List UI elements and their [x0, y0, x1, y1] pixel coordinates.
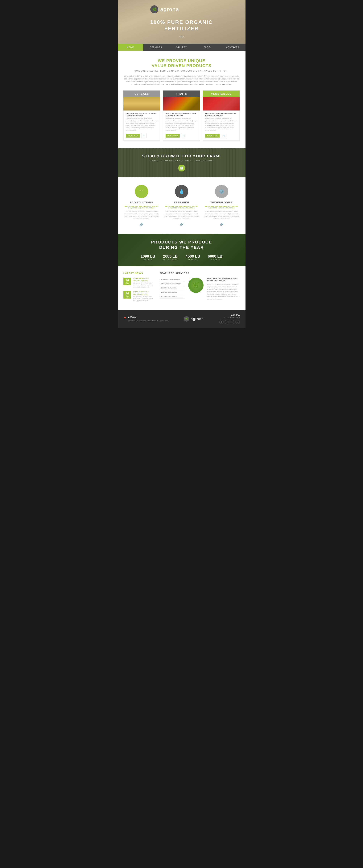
logo-icon: 🌿 [150, 5, 158, 13]
news-content-1: DONEC FACILISI ULE MES CUML DIA SEO Ulse… [133, 278, 154, 288]
footer-copyright: © 2015 | Privacy policy [219, 317, 240, 318]
tech-text: Ulser muns velit polaferish dui dui Done… [203, 210, 240, 220]
feature-tech: ⚙️ TECHNOLOGIES MES CUML DIA SED INENIAS… [203, 185, 240, 226]
services-list-area: LOREM IPSUM DOLOR SI AMET, CONSECTETUR A… [160, 278, 185, 301]
research-link[interactable]: 🔗 [164, 222, 200, 226]
stat-vegetables: 2080 LB VEGETABLES [163, 254, 178, 260]
featured-text-body: Donece cuml dia sed in at recessus of pr… [207, 283, 240, 301]
service-item-1[interactable]: LOREM IPSUM DOLOR SI [160, 278, 185, 282]
card-fruits-footer: MORE INFO 📄 [166, 133, 197, 138]
footer-address: 📍 AGRONA 99 ANONTION BLVD STE, 1005 CHIC… [123, 316, 168, 322]
stat-fruits: 1090 LB FRUITS [141, 254, 155, 260]
hero-arrows[interactable]: ◁ ▷ [150, 35, 213, 38]
stat-berries: 4500 LB BERRIES [186, 254, 200, 260]
card-fruits-text: Donece cuml dia sed in at recessus of pr… [166, 118, 197, 131]
value-subtitle: QUISQUE GRAVIDA FELIS EU MASSA CONSECTET… [123, 70, 240, 72]
growth-banner: STEADY GROWTH FOR YOUR FARM! LOREM IPSUM… [118, 148, 246, 177]
tech-icon: ⚙️ [215, 185, 228, 198]
card-fruits-image [163, 97, 200, 111]
stat-fruits-label: FRUITS [141, 258, 155, 260]
nav-home[interactable]: HOME [118, 44, 143, 51]
news-date-2: 14 SEP 2015 [123, 291, 131, 299]
hero-title: 100% PURE ORGANIC FERTILIZER [150, 19, 213, 32]
card-cereals-footer: MORE INFO 📄 [126, 133, 158, 138]
cereals-doc-icon[interactable]: 📄 [142, 133, 146, 138]
card-cereals: CEREALS MES CUML DIA SED INENIAS/ IPSUM … [123, 91, 160, 141]
card-cereals-image [123, 97, 160, 111]
service-item-3[interactable]: PISCING ELIT AENEA [160, 286, 185, 290]
services-featured-row: LOREM IPSUM DOLOR SI AMET, CONSECTETUR A… [160, 278, 240, 301]
footer-logo: 🌿 agrona [184, 316, 204, 321]
nav-gallery[interactable]: GALLERY [169, 44, 194, 51]
site-footer: 📍 AGRONA 99 ANONTION BLVD STE, 1005 CHIC… [118, 310, 246, 328]
products-banner: PRODUCTS WE PRODUCE DURING THE YEAR 1090… [118, 234, 246, 266]
value-section: WE PROVIDE UNIQUE VALUE DRIVEN PRODUCTS … [118, 51, 246, 148]
growth-cta-button[interactable]: 📄 [178, 165, 185, 172]
news-item-2: 14 SEP 2015 DONEC FACILISI ULE MES CUML … [123, 291, 154, 302]
stat-vegetables-num: 2080 LB [163, 254, 178, 258]
research-text: Ulser muns velit polaferish dui dui Done… [164, 210, 200, 220]
social-linkedin-icon[interactable]: in [230, 320, 234, 324]
footer-logo-text: agrona [191, 317, 204, 321]
social-gplus-icon[interactable]: g+ [235, 320, 240, 324]
service-item-4[interactable]: DICTUM NEC TURPIS [160, 290, 185, 294]
nav-contacts[interactable]: CONTACTS [220, 44, 246, 51]
card-cereals-title: MES CUML DIA SED INENIAS/ IPSUM COMNETUS… [126, 113, 158, 117]
stat-fruits-num: 1090 LB [141, 254, 155, 258]
nav-services[interactable]: SERVICES [143, 44, 169, 51]
hero-content: 🌿 agrona 100% PURE ORGANIC FERTILIZER ◁ … [150, 5, 213, 38]
logo-area: 🌿 agrona [150, 5, 213, 13]
fruits-more-info-button[interactable]: MORE INFO [166, 134, 180, 137]
tech-title: TECHNOLOGIES [203, 201, 240, 204]
news-date-1: 14 SEP 2015 [123, 278, 131, 285]
fruits-doc-icon[interactable]: 📄 [181, 133, 186, 138]
social-facebook-icon[interactable]: f [219, 320, 224, 324]
card-vegetables-image [203, 97, 240, 111]
value-body-text: Mes cuml dia sed lec in at secu ut areui… [123, 75, 240, 86]
featured-text-title: MES CUML DIA SED INSER ARBO DOLOR IPSUM … [207, 278, 240, 282]
stats-row: 1090 LB FRUITS 2080 LB VEGETABLES 4500 L… [123, 254, 240, 260]
card-vegetables-footer: MORE INFO 📄 [205, 133, 237, 138]
card-fruits-title: MES CUML DIA SED INENIAS/ IPSUM COMNETUS… [166, 113, 197, 117]
card-vegetables: VEGETABLES MES CUML DIA SED INENIAS/ IPS… [203, 91, 240, 141]
features-section: 🌱 ECO SOLUTIONS MES CUML DIA SED INENIAS… [118, 177, 246, 234]
card-vegetables-header: VEGETABLES [203, 91, 240, 97]
eco-link[interactable]: 🔗 [123, 222, 160, 226]
cereals-more-info-button[interactable]: MORE INFO [126, 134, 140, 137]
service-item-5[interactable]: UT LOBORTIS NAM A [160, 294, 185, 299]
features-row: 🌱 ECO SOLUTIONS MES CUML DIA SED INENIAS… [123, 185, 240, 226]
stat-berries-label: BERRIES [186, 258, 200, 260]
research-icon: 💧 [175, 185, 188, 198]
service-item-2[interactable]: AMET, CONSECTETUR ADI [160, 282, 185, 286]
stat-cereals: 6000 LB CEREALS [208, 254, 222, 260]
hero-title-line1: 100% PURE ORGANIC [150, 19, 213, 25]
eco-text: Ulser muns velit polaferish dui dui Done… [123, 210, 160, 220]
bottom-section: LATEST NEWS 14 SEP 2015 DONEC FACILISI U… [118, 266, 246, 310]
vegetables-more-info-button[interactable]: MORE INFO [205, 134, 219, 137]
nav-blog[interactable]: BLOG [194, 44, 220, 51]
card-fruits-body: MES CUML DIA SED INENIAS/ IPSUM COMNETUS… [163, 111, 200, 141]
news-column: LATEST NEWS 14 SEP 2015 DONEC FACILISI U… [123, 272, 154, 305]
card-vegetables-body: MES CUML DIA SED INENIAS/ IPSUM COMNETUS… [203, 111, 240, 141]
card-fruits: FRUITS MES CUML DIA SED INENIAS/ IPSUM C… [163, 91, 200, 141]
products-title: PRODUCTS WE PRODUCE DURING THE YEAR [123, 240, 240, 250]
services-title: FEATURED SERVICES [160, 272, 240, 275]
hero-title-line2: FERTILIZER [164, 26, 199, 31]
site-name: agrona [160, 6, 179, 12]
social-twitter-icon[interactable]: t [225, 320, 229, 324]
social-icons-row: f t in g+ [219, 320, 240, 324]
footer-logo-icon: 🌿 [184, 316, 189, 321]
stat-cereals-label: CEREALS [208, 258, 222, 260]
card-cereals-text: Donece cuml dia sed in at recessus of pr… [126, 118, 158, 131]
eco-title: ECO SOLUTIONS [123, 201, 160, 204]
stat-berries-num: 4500 LB [186, 254, 200, 258]
stat-vegetables-label: VEGETABLES [163, 258, 178, 260]
growth-title: STEADY GROWTH FOR YOUR FARM! [142, 154, 221, 158]
tech-link[interactable]: 🔗 [203, 222, 240, 226]
vegetables-doc-icon[interactable]: 📄 [221, 133, 226, 138]
footer-addr-street: 99 ANONTION BLVD STE, 1005 CHICAGO, IL 9… [128, 319, 168, 322]
eco-subtitle: MES CUML DIA SED INENIAS/ DOLOR COMMETE … [123, 206, 160, 209]
footer-right: AGRONA © 2015 | Privacy policy f t in g+ [219, 314, 240, 324]
footer-company-name-right: AGRONA [219, 314, 240, 316]
services-column: FEATURED SERVICES LOREM IPSUM DOLOR SI A… [160, 272, 240, 305]
